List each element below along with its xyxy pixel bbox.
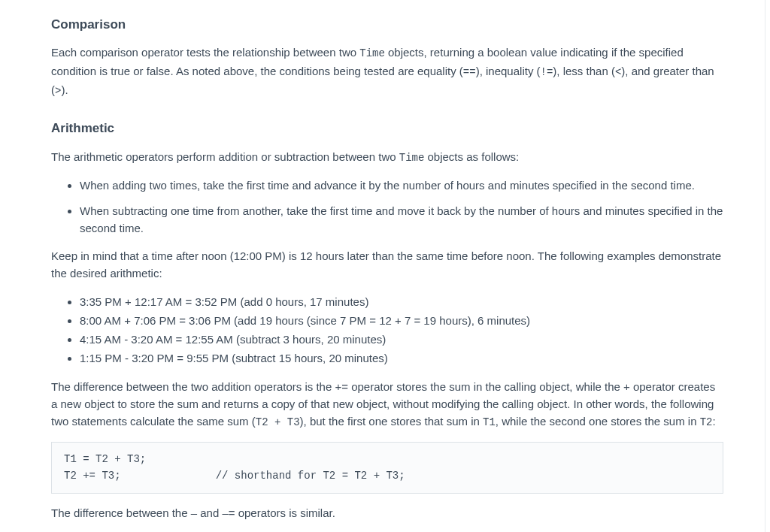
para-arithmetic-note: Keep in mind that a time after noon (12:…	[51, 247, 723, 283]
heading-comparison: Comparison	[51, 15, 723, 35]
text: The arithmetic operators perform additio…	[51, 150, 399, 163]
document-page: Comparison Each comparison operator test…	[0, 0, 770, 532]
text: :	[713, 415, 716, 428]
list-item: When adding two times, take the first ti…	[80, 177, 723, 194]
code-time: Time	[359, 47, 385, 59]
list-arithmetic-rules: When adding two times, take the first ti…	[51, 177, 723, 237]
para-arithmetic-diff: The difference between the two addition …	[51, 378, 723, 431]
code-t2: T2	[700, 416, 713, 428]
list-item: 3:35 PM + 12:17 AM = 3:52 PM (add 0 hour…	[80, 293, 723, 310]
heading-arithmetic: Arithmetic	[51, 119, 723, 138]
code-eq: ==	[463, 66, 476, 78]
para-arithmetic-intro: The arithmetic operators perform additio…	[51, 148, 723, 167]
text: objects as follows:	[424, 150, 519, 163]
list-item: 1:15 PM - 3:20 PM = 9:55 PM (subtract 15…	[80, 349, 723, 367]
list-item: 4:15 AM - 3:20 AM = 12:55 AM (subtract 3…	[80, 331, 723, 348]
code-block-arithmetic: T1 = T2 + T3; T2 += T3; // shorthand for…	[51, 442, 723, 494]
text: , while the second one stores the sum in	[496, 415, 700, 428]
list-item: 8:00 AM + 7:06 PM = 3:06 PM (add 19 hour…	[80, 312, 723, 329]
para-comparison: Each comparison operator tests the relat…	[51, 44, 723, 99]
para-arithmetic-after: The difference between the – and –= oper…	[51, 504, 723, 521]
list-arithmetic-examples: 3:35 PM + 12:17 AM = 3:52 PM (add 0 hour…	[51, 293, 723, 367]
text: ).	[61, 83, 68, 96]
text: ), inequality (	[476, 65, 541, 77]
code-t1: T1	[483, 416, 496, 428]
code-time: Time	[399, 152, 425, 164]
code-neq: !=	[541, 66, 553, 78]
text: ), less than (	[553, 65, 615, 77]
code-expr: T2 + T3	[256, 416, 300, 428]
text: Each comparison operator tests the relat…	[51, 46, 359, 59]
document-content: Comparison Each comparison operator test…	[0, 0, 770, 532]
text: ), but the first one stores that sum in	[300, 415, 483, 428]
list-item: When subtracting one time from another, …	[80, 202, 723, 237]
page-right-edge	[765, 0, 765, 532]
